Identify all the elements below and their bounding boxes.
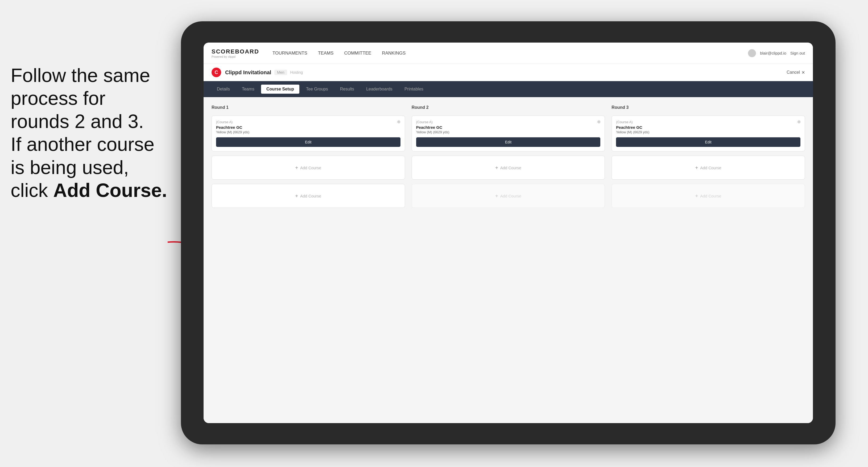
round-1-add-course-1[interactable]: + Add Course	[212, 156, 405, 180]
tab-results[interactable]: Results	[335, 85, 360, 94]
round-2-delete-button[interactable]: ⊗	[595, 118, 602, 125]
instruction-line5: is being used,	[11, 157, 129, 178]
round-2-course-label: (Course A)	[416, 120, 600, 124]
round-1-add-course-2[interactable]: + Add Course	[212, 184, 405, 208]
round-3-course-name: Peachtree GC	[616, 125, 800, 130]
logo-tagline: Powered by clippd	[212, 55, 259, 58]
tab-course-setup[interactable]: Course Setup	[261, 85, 299, 94]
event-title: Clippd Invitational	[225, 69, 271, 75]
user-avatar	[748, 49, 756, 57]
tab-leaderboards[interactable]: Leaderboards	[361, 85, 398, 94]
round-2-course-info: Yellow (M) (6629 yds)	[416, 130, 600, 134]
event-logo: C	[212, 68, 221, 77]
plus-icon-r2-2: +	[495, 193, 498, 199]
tab-teams[interactable]: Teams	[237, 85, 260, 94]
round-3-add-course-2: + Add Course	[612, 184, 805, 208]
tablet-screen: SCOREBOARD Powered by clippd TOURNAMENTS…	[204, 42, 813, 423]
round-1-label: Round 1	[212, 105, 405, 110]
instruction-line1: Follow the same	[11, 65, 150, 86]
tab-tee-groups[interactable]: Tee Groups	[301, 85, 333, 94]
content-area: Round 1 ⊗ (Course A) Peachtree GC Yellow…	[204, 97, 813, 423]
plus-icon-r3-2: +	[695, 193, 698, 199]
round-3-course-card: ⊗ (Course A) Peachtree GC Yellow (M) (66…	[612, 116, 805, 151]
round-1-course-card: ⊗ (Course A) Peachtree GC Yellow (M) (66…	[212, 116, 405, 151]
plus-icon-r3-1: +	[695, 165, 698, 170]
instruction-line4: If another course	[11, 133, 154, 155]
round-3-course-info: Yellow (M) (6629 yds)	[616, 130, 800, 134]
user-email: blair@clippd.io	[760, 51, 786, 55]
tab-details[interactable]: Details	[212, 85, 235, 94]
round-1-course-name: Peachtree GC	[216, 125, 400, 130]
tab-printables[interactable]: Printables	[399, 85, 429, 94]
round-2-add-course-1[interactable]: + Add Course	[412, 156, 605, 180]
nav-rankings[interactable]: RANKINGS	[382, 49, 406, 57]
sign-out-link[interactable]: Sign out	[790, 51, 805, 55]
tablet-device: SCOREBOARD Powered by clippd TOURNAMENTS…	[181, 21, 836, 444]
instruction-panel: Follow the same process for rounds 2 and…	[0, 53, 181, 212]
round-3-add-course-1[interactable]: + Add Course	[612, 156, 805, 180]
round-1-delete-button[interactable]: ⊗	[396, 118, 402, 125]
app-logo: SCOREBOARD	[212, 48, 259, 55]
instruction-line2: process for	[11, 88, 105, 109]
close-icon: ✕	[802, 70, 805, 75]
round-1-course-label: (Course A)	[216, 120, 400, 124]
sub-header: C Clippd Invitational Men Hosting Cancel…	[204, 64, 813, 81]
nav-teams[interactable]: TEAMS	[318, 49, 334, 57]
instruction-line3: rounds 2 and 3.	[11, 111, 144, 132]
round-2-label: Round 2	[412, 105, 605, 110]
round-3-edit-button[interactable]: Edit	[616, 137, 800, 147]
event-badge: Men	[274, 70, 287, 75]
plus-icon-r2-1: +	[495, 165, 498, 170]
round-1-edit-button[interactable]: Edit	[216, 137, 400, 147]
top-navigation: SCOREBOARD Powered by clippd TOURNAMENTS…	[204, 42, 813, 64]
round-3-label: Round 3	[612, 105, 805, 110]
round-2-course-card: ⊗ (Course A) Peachtree GC Yellow (M) (66…	[412, 116, 605, 151]
rounds-grid: Round 1 ⊗ (Course A) Peachtree GC Yellow…	[212, 105, 805, 208]
round-3-column: Round 3 ⊗ (Course A) Peachtree GC Yellow…	[612, 105, 805, 208]
logo-area: SCOREBOARD Powered by clippd	[212, 48, 259, 58]
tab-bar: Details Teams Course Setup Tee Groups Re…	[204, 81, 813, 97]
round-2-add-course-2: + Add Course	[412, 184, 605, 208]
plus-icon-r1-1: +	[295, 165, 298, 170]
plus-icon-r1-2: +	[295, 193, 298, 199]
nav-tournaments[interactable]: TOURNAMENTS	[273, 49, 307, 57]
round-1-column: Round 1 ⊗ (Course A) Peachtree GC Yellow…	[212, 105, 405, 208]
round-1-course-info: Yellow (M) (6629 yds)	[216, 130, 400, 134]
instruction-line6-prefix: click	[11, 180, 53, 201]
round-3-delete-button[interactable]: ⊗	[796, 118, 802, 125]
instruction-line6-bold: Add Course.	[53, 180, 167, 201]
cancel-button[interactable]: Cancel ✕	[786, 70, 805, 75]
nav-links: TOURNAMENTS TEAMS COMMITTEE RANKINGS	[273, 49, 748, 57]
round-3-course-label: (Course A)	[616, 120, 800, 124]
nav-right: blair@clippd.io Sign out	[748, 49, 805, 57]
round-2-course-name: Peachtree GC	[416, 125, 600, 130]
nav-committee[interactable]: COMMITTEE	[344, 49, 371, 57]
round-2-column: Round 2 ⊗ (Course A) Peachtree GC Yellow…	[412, 105, 605, 208]
event-status: Hosting	[290, 70, 303, 74]
round-2-edit-button[interactable]: Edit	[416, 137, 600, 147]
